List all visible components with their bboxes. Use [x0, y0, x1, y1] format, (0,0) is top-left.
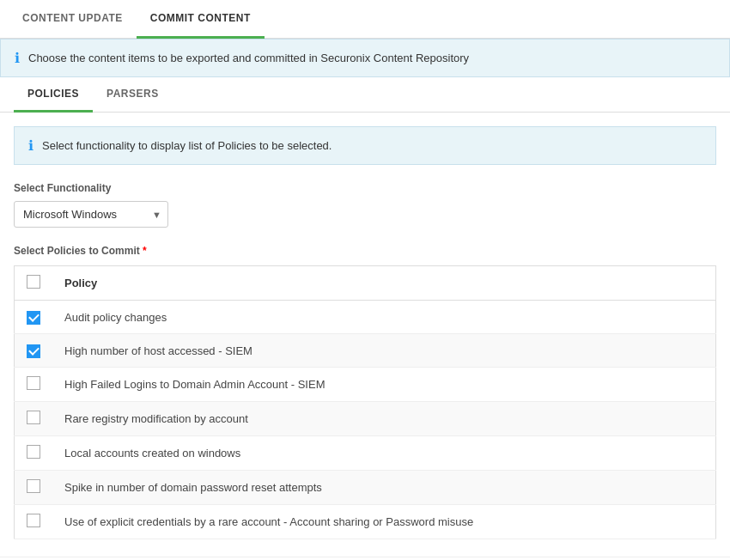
policy-checkbox-cell	[15, 505, 53, 539]
policy-name: Rare registry modification by account	[52, 402, 716, 436]
policy-checkbox-cell	[15, 402, 53, 436]
policies-table: Policy Audit policy changesHigh number o…	[14, 265, 716, 539]
policy-checkbox-2[interactable]	[27, 344, 40, 358]
table-header-row: Policy	[15, 266, 716, 301]
sub-tabs: POLICIES PARSERS	[0, 77, 730, 113]
policy-checkbox-cell	[15, 436, 53, 471]
section-info-banner: ℹ Select functionality to display list o…	[14, 126, 716, 165]
table-row: Use of explicit credentials by a rare ac…	[15, 505, 716, 539]
policy-checkbox-1[interactable]	[27, 311, 40, 325]
section-info-text: Select functionality to display list of …	[42, 139, 332, 152]
policy-name: Spike in number of domain password reset…	[52, 471, 716, 505]
policy-checkbox-5[interactable]	[27, 445, 40, 459]
policy-checkbox-4[interactable]	[27, 411, 40, 424]
tab-parsers[interactable]: PARSERS	[93, 77, 173, 112]
table-row: Audit policy changes	[15, 301, 716, 334]
section-info-icon: ℹ	[28, 137, 33, 154]
functionality-section: Select Functionality Microsoft Windows L…	[0, 165, 730, 228]
required-star: *	[140, 245, 147, 257]
policy-name: Audit policy changes	[52, 301, 716, 334]
tab-commit-content[interactable]: COMMIT CONTENT	[137, 0, 265, 39]
tab-content-update[interactable]: CONTENT UPDATE	[9, 0, 137, 38]
policies-label: Select Policies to Commit *	[14, 245, 716, 257]
header-checkbox-cell	[15, 266, 53, 301]
info-banner: ℹ Choose the content items to be exporte…	[0, 39, 730, 77]
info-icon: ℹ	[15, 50, 20, 66]
table-row: Spike in number of domain password reset…	[15, 471, 716, 505]
table-row: Rare registry modification by account	[15, 402, 716, 436]
policy-checkbox-cell	[15, 471, 53, 505]
policy-checkbox-6[interactable]	[27, 479, 40, 493]
policy-checkbox-cell	[15, 301, 53, 334]
tab-policies[interactable]: POLICIES	[14, 77, 93, 113]
policy-name: Local accounts created on windows	[52, 436, 716, 471]
functionality-select-wrapper: Microsoft Windows Linux Network Cloud ▼	[14, 201, 168, 228]
policy-checkbox-3[interactable]	[27, 376, 40, 390]
bottom-bar: Export & Commit	[0, 557, 730, 560]
policy-checkbox-cell	[15, 368, 53, 402]
policy-name: High Failed Logins to Domain Admin Accou…	[52, 368, 716, 402]
header-policy: Policy	[52, 266, 716, 301]
table-row: Local accounts created on windows	[15, 436, 716, 471]
top-tabs: CONTENT UPDATE COMMIT CONTENT	[0, 0, 730, 39]
table-row: High Failed Logins to Domain Admin Accou…	[15, 368, 716, 402]
table-row: High number of host accessed - SIEM	[15, 334, 716, 368]
functionality-label: Select Functionality	[14, 182, 716, 194]
select-all-checkbox[interactable]	[27, 275, 40, 289]
policies-section: Select Policies to Commit * Policy Audit…	[0, 228, 730, 539]
policy-checkbox-cell	[15, 334, 53, 368]
policy-name: Use of explicit credentials by a rare ac…	[52, 505, 716, 539]
info-banner-text: Choose the content items to be exported …	[28, 52, 469, 64]
functionality-select[interactable]: Microsoft Windows Linux Network Cloud	[14, 201, 168, 228]
policy-checkbox-7[interactable]	[27, 514, 40, 527]
policy-name: High number of host accessed - SIEM	[52, 334, 716, 368]
